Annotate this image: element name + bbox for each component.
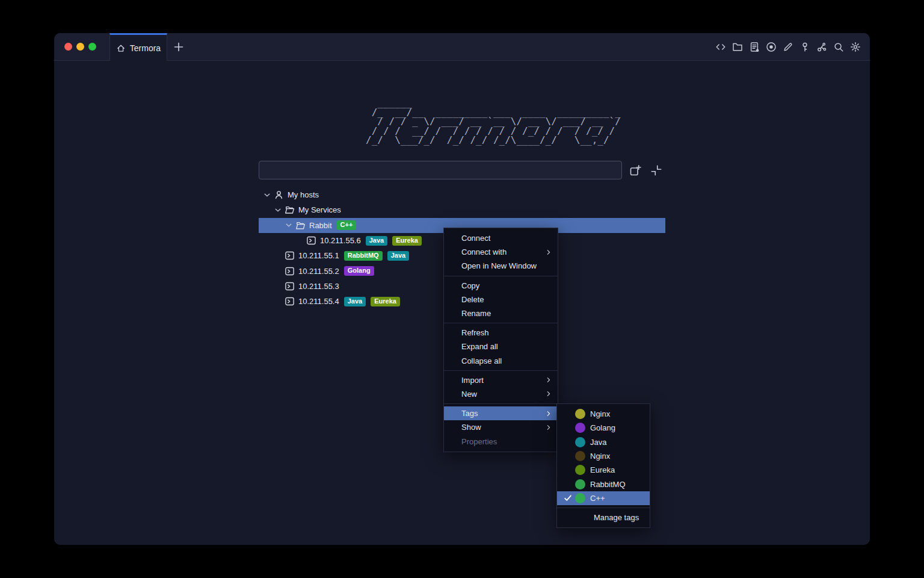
tree-item-label: 10.211.55.3 — [298, 282, 339, 291]
tag-option-eureka[interactable]: Eureka — [557, 463, 650, 477]
folder-open-icon — [295, 220, 306, 231]
tag-option-label: Golang — [590, 423, 615, 432]
branch-icon[interactable] — [816, 42, 827, 52]
submenu-arrow-icon — [544, 390, 553, 398]
menu-item-label: Tags — [461, 409, 478, 418]
tag-option-label: Manage tags — [594, 513, 639, 522]
home-icon — [116, 43, 126, 53]
titlebar-actions — [715, 33, 870, 60]
menu-item-copy[interactable]: Copy — [444, 279, 558, 293]
menu-separator — [444, 403, 558, 404]
tag-option-rabbitmq[interactable]: RabbitMQ — [557, 477, 650, 491]
menu-item-import[interactable]: Import — [444, 373, 558, 387]
tab-termora[interactable]: Termora — [109, 33, 167, 61]
chevron-down-icon[interactable] — [273, 205, 283, 215]
tag-badge: Eureka — [371, 297, 400, 306]
tree-item-label: 10.211.55.2 — [298, 267, 339, 276]
tree-item-my-services[interactable]: My Services — [259, 202, 665, 217]
tree-item-label: 10.211.55.1 — [298, 251, 339, 260]
menu-item-collapse-all[interactable]: Collapse all — [444, 354, 558, 368]
menu-item-tags[interactable]: Tags — [444, 406, 558, 420]
tag-color-dot — [575, 437, 585, 447]
tag-option-label: RabbitMQ — [590, 480, 626, 489]
tree-item-label: 10.211.55.4 — [298, 297, 339, 306]
tree-item-label: My Services — [298, 205, 341, 214]
tag-badge: RabbitMQ — [344, 251, 383, 261]
menu-item-show[interactable]: Show — [444, 420, 558, 434]
ascii-logo-text: ______ /_ __/__ _________ ___ ____ _____… — [366, 98, 621, 145]
minimize-button[interactable] — [76, 43, 84, 51]
terminal-icon — [285, 281, 295, 291]
submenu-arrow-icon — [544, 248, 553, 256]
menu-separator — [444, 370, 558, 371]
menu-item-label: Collapse all — [461, 356, 502, 365]
tags-submenu: NginxGolangJavaNginxEurekaRabbitMQC++Man… — [556, 403, 650, 528]
menu-item-new[interactable]: New — [444, 387, 558, 401]
menu-item-label: Import — [461, 376, 484, 385]
tag-option-label: Nginx — [590, 409, 610, 418]
check-icon — [563, 493, 573, 503]
menu-item-label: Open in New Window — [461, 261, 537, 270]
traffic-lights — [54, 33, 96, 60]
collapse-all-button[interactable] — [650, 164, 662, 176]
menu-separator — [444, 323, 558, 323]
tab-label: Termora — [130, 43, 161, 53]
terminal-icon — [285, 296, 295, 306]
code-icon[interactable] — [715, 42, 726, 52]
add-host-button[interactable] — [629, 164, 641, 176]
termora-window: Termora ______ /_ __/__ _________ ___ __… — [54, 33, 870, 545]
menu-item-label: Connect — [461, 234, 490, 243]
tag-option-label: C++ — [590, 494, 605, 503]
record-icon[interactable] — [766, 42, 777, 52]
submenu-arrow-icon — [544, 423, 553, 432]
tag-option-c-[interactable]: C++ — [557, 491, 650, 505]
tag-color-dot — [575, 409, 585, 419]
tag-option-nginx[interactable]: Nginx — [557, 449, 650, 463]
menu-item-refresh[interactable]: Refresh — [444, 326, 558, 340]
menu-item-rename[interactable]: Rename — [444, 306, 558, 320]
tag-color-dot — [575, 479, 585, 489]
tag-badge: Java — [366, 236, 387, 246]
tree-item-label: My hosts — [288, 190, 319, 199]
user-icon — [274, 190, 284, 200]
tag-option-nginx[interactable]: Nginx — [557, 407, 650, 421]
menu-item-connect-with[interactable]: Connect with — [444, 245, 558, 259]
tag-option-label: Eureka — [590, 465, 615, 474]
tag-option-golang[interactable]: Golang — [557, 421, 650, 435]
titlebar: Termora — [54, 33, 870, 61]
tag-option-java[interactable]: Java — [557, 435, 650, 449]
host-search-input[interactable] — [259, 161, 622, 179]
folder-icon[interactable] — [732, 42, 743, 52]
close-button[interactable] — [64, 43, 72, 51]
terminal-icon — [285, 250, 295, 261]
menu-item-delete[interactable]: Delete — [444, 293, 558, 306]
edit-icon[interactable] — [783, 42, 793, 52]
submenu-arrow-icon — [544, 409, 553, 418]
menu-item-manage-tags[interactable]: Manage tags — [557, 511, 650, 524]
submenu-arrow-icon — [544, 376, 553, 384]
key-icon[interactable] — [799, 42, 810, 52]
new-tab-button[interactable] — [173, 41, 185, 53]
search-icon[interactable] — [833, 42, 844, 52]
menu-separator — [557, 508, 650, 508]
menu-item-open-in-new-window[interactable]: Open in New Window — [444, 259, 558, 273]
menu-item-properties: Properties — [444, 434, 558, 448]
settings-icon[interactable] — [850, 42, 861, 52]
chevron-down-icon[interactable] — [262, 190, 272, 200]
menu-item-label: Copy — [461, 281, 479, 290]
tag-badge: Java — [387, 251, 409, 261]
chevron-down-icon[interactable] — [284, 220, 294, 230]
context-menu: ConnectConnect withOpen in New WindowCop… — [443, 228, 558, 452]
check-slot — [563, 493, 573, 503]
tree-item-label: Rabbit — [309, 221, 332, 230]
menu-item-label: Connect with — [461, 247, 507, 256]
menu-item-expand-all[interactable]: Expand all — [444, 340, 558, 353]
zoom-button[interactable] — [88, 43, 96, 51]
tag-option-label: Nginx — [590, 452, 610, 461]
tree-item-my-hosts[interactable]: My hosts — [259, 187, 665, 202]
menu-item-connect[interactable]: Connect — [444, 231, 558, 245]
search-row — [259, 161, 665, 179]
menu-item-label: Delete — [461, 295, 484, 304]
log-icon[interactable] — [749, 42, 760, 52]
tag-badge: Eureka — [392, 236, 422, 246]
